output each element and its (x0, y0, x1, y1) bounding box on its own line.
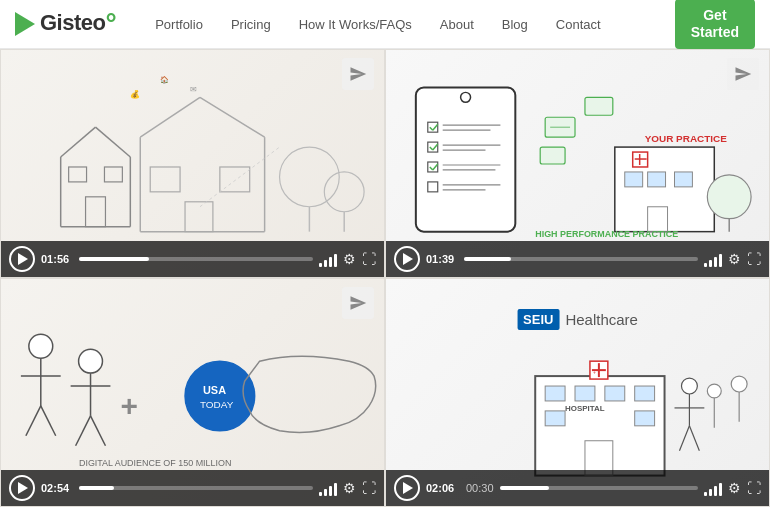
logo-text: Gisteo° (40, 10, 116, 38)
controls-bar-2: 01:39 ⚙ ⛶ (386, 241, 769, 277)
settings-icon-1[interactable]: ⚙ (343, 251, 356, 267)
svg-text:YOUR PRACTICE: YOUR PRACTICE (645, 133, 728, 144)
svg-line-91 (679, 426, 689, 451)
progress-bar-3[interactable] (79, 486, 313, 490)
svg-rect-49 (625, 172, 643, 187)
svg-rect-6 (69, 167, 87, 182)
share-button-2[interactable] (727, 58, 759, 90)
controls-bar-1: 01:56 ⚙ ⛶ (1, 241, 384, 277)
svg-rect-44 (615, 147, 714, 232)
fullscreen-icon-1[interactable]: ⛶ (362, 251, 376, 267)
controls-bar-4: 02:06 00:30 ⚙ ⛶ (386, 470, 769, 506)
extra-time-label-4: 00:30 (466, 482, 494, 494)
progress-bar-2[interactable] (464, 257, 698, 261)
svg-line-64 (41, 406, 56, 436)
svg-rect-51 (674, 172, 692, 187)
svg-line-63 (26, 406, 41, 436)
fullscreen-icon-2[interactable]: ⛶ (747, 251, 761, 267)
nav-pricing[interactable]: Pricing (217, 0, 285, 49)
play-icon-3 (18, 482, 28, 494)
svg-text:+: + (593, 370, 596, 375)
nav-how-it-works[interactable]: How It Works/FAQs (285, 0, 426, 49)
time-label-4: 02:06 (426, 482, 458, 494)
play-button-1[interactable] (9, 246, 35, 272)
svg-rect-7 (104, 167, 122, 182)
volume-icon-2 (704, 251, 722, 267)
svg-rect-84 (635, 386, 655, 401)
time-label-2: 01:39 (426, 253, 458, 265)
svg-point-65 (79, 349, 103, 373)
svg-text:USA: USA (203, 384, 226, 396)
logo-play-icon (15, 12, 35, 36)
svg-line-69 (91, 416, 106, 446)
volume-icon-3 (319, 480, 337, 496)
svg-line-20 (200, 147, 280, 207)
play-icon-1 (18, 253, 28, 265)
play-icon-4 (403, 482, 413, 494)
svg-rect-86 (635, 411, 655, 426)
volume-icon-1 (319, 251, 337, 267)
play-button-3[interactable] (9, 475, 35, 501)
share-button-1[interactable] (342, 58, 374, 90)
svg-rect-81 (545, 386, 565, 401)
svg-rect-50 (648, 172, 666, 187)
svg-rect-85 (545, 411, 565, 426)
svg-line-92 (689, 426, 699, 451)
progress-bar-1[interactable] (79, 257, 313, 261)
fullscreen-icon-3[interactable]: ⛶ (362, 480, 376, 496)
svg-rect-82 (575, 386, 595, 401)
settings-icon-3[interactable]: ⚙ (343, 480, 356, 496)
svg-point-93 (707, 384, 721, 398)
controls-bar-3: 02:54 ⚙ ⛶ (1, 470, 384, 506)
volume-icon-4 (704, 480, 722, 496)
svg-line-68 (76, 416, 91, 446)
svg-text:TODAY: TODAY (200, 399, 234, 410)
video-cell-1: 💰 🏠 ✉ 01:56 ⚙ (0, 49, 385, 278)
svg-rect-24 (416, 87, 515, 231)
progress-fill-1 (79, 257, 149, 261)
nav-blog[interactable]: Blog (488, 0, 542, 49)
svg-text:HOSPITAL: HOSPITAL (565, 404, 605, 413)
settings-icon-2[interactable]: ⚙ (728, 251, 741, 267)
svg-text:+: + (120, 389, 137, 422)
svg-text:💰: 💰 (130, 89, 140, 99)
play-button-2[interactable] (394, 246, 420, 272)
svg-rect-15 (185, 202, 213, 232)
time-label-3: 02:54 (41, 482, 73, 494)
svg-text:🏠: 🏠 (160, 75, 169, 84)
share-button-3[interactable] (342, 287, 374, 319)
nav-contact[interactable]: Contact (542, 0, 615, 49)
time-label-1: 01:56 (41, 253, 73, 265)
progress-fill-4 (500, 486, 550, 490)
progress-fill-3 (79, 486, 114, 490)
video-cell-3: + USA TODAY DIGITAL AUDIENCE OF 150 MILL… (0, 278, 385, 507)
progress-bar-4[interactable] (500, 486, 698, 490)
progress-fill-2 (464, 257, 511, 261)
settings-icon-4[interactable]: ⚙ (728, 480, 741, 496)
get-started-button[interactable]: GetStarted (675, 0, 755, 49)
main-nav: Portfolio Pricing How It Works/FAQs Abou… (141, 0, 675, 49)
logo[interactable]: Gisteo° (15, 10, 116, 38)
svg-point-18 (324, 172, 364, 212)
svg-rect-57 (585, 97, 613, 115)
play-icon-2 (403, 253, 413, 265)
svg-rect-5 (86, 197, 106, 227)
svg-point-53 (707, 175, 751, 219)
nav-portfolio[interactable]: Portfolio (141, 0, 217, 49)
svg-line-1 (61, 127, 96, 157)
play-button-4[interactable] (394, 475, 420, 501)
nav-about[interactable]: About (426, 0, 488, 49)
header: Gisteo° Portfolio Pricing How It Works/F… (0, 0, 770, 49)
fullscreen-icon-4[interactable]: ⛶ (747, 480, 761, 496)
video-grid: 💰 🏠 ✉ 01:56 ⚙ (0, 49, 770, 507)
svg-rect-83 (605, 386, 625, 401)
video-cell-4: SEIU Healthcare + HOSPITAL (385, 278, 770, 507)
svg-rect-13 (150, 167, 180, 192)
video-cell-2: YOUR PRACTICE HIGH PERFORMANCE PRACTICE (385, 49, 770, 278)
svg-line-2 (96, 127, 131, 157)
svg-text:✉: ✉ (190, 85, 197, 94)
svg-text:DIGITAL AUDIENCE OF 150 MILLIO: DIGITAL AUDIENCE OF 150 MILLION (79, 458, 231, 468)
svg-point-88 (681, 378, 697, 394)
svg-text:HIGH PERFORMANCE PRACTICE: HIGH PERFORMANCE PRACTICE (535, 229, 678, 239)
svg-line-10 (200, 97, 265, 137)
